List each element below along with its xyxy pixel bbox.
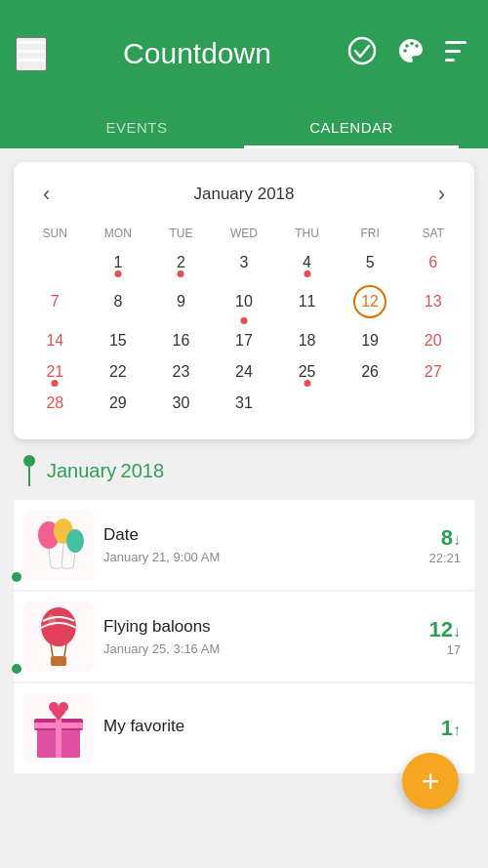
calendar-day[interactable]: 17: [213, 326, 276, 357]
calendar-day[interactable]: 10: [213, 279, 276, 326]
timeline-date: January 2018: [47, 460, 164, 482]
svg-line-19: [64, 644, 66, 656]
event-content-my-favorite: My favorite: [94, 717, 392, 741]
svg-rect-9: [445, 50, 461, 53]
event-dot: [52, 380, 59, 387]
svg-point-6: [410, 41, 414, 45]
svg-rect-1: [18, 50, 45, 53]
svg-line-14: [61, 544, 63, 567]
event-item-flying-baloons[interactable]: Flying baloons January 25, 3:16 AM 12↓ 1…: [14, 592, 474, 682]
event-name-my-favorite: My favorite: [103, 717, 383, 736]
calendar-day[interactable]: 1: [87, 248, 150, 279]
calendar-day[interactable]: 25: [275, 357, 339, 389]
calendar-day[interactable]: 31: [213, 389, 276, 420]
calendar-day[interactable]: 13: [401, 279, 465, 326]
weekday-fri: FRI: [339, 223, 402, 248]
calendar-day[interactable]: 23: [149, 357, 213, 389]
event-countdown-date: 8↓ 22:21: [392, 525, 461, 565]
weekday-sun: SUN: [23, 223, 87, 248]
svg-rect-2: [18, 59, 45, 62]
svg-point-17: [41, 607, 76, 646]
tab-bar: EVENTS CALENDAR: [0, 107, 488, 148]
event-thumbnail-flying-baloons: [23, 601, 94, 672]
calendar-day[interactable]: 27: [401, 357, 465, 389]
tab-calendar[interactable]: CALENDAR: [244, 107, 459, 148]
prev-month-button[interactable]: ‹: [33, 178, 60, 211]
svg-point-27: [59, 702, 68, 712]
timeline-indicator: [23, 455, 35, 486]
calendar-day[interactable]: 26: [339, 357, 402, 389]
calendar-day[interactable]: 4: [275, 248, 339, 279]
calendar-day[interactable]: 29: [87, 389, 150, 420]
calendar-day[interactable]: [23, 248, 87, 279]
calendar-day[interactable]: 3: [213, 248, 276, 279]
event-dot: [178, 270, 184, 277]
calendar-day[interactable]: 11: [275, 279, 339, 326]
tab-events[interactable]: EVENTS: [29, 107, 244, 148]
calendar-month-title: January 2018: [193, 185, 294, 204]
sort-icon[interactable]: [445, 39, 472, 69]
event-date-date: January 21, 9:00 AM: [103, 550, 383, 564]
calendar-day[interactable]: 9: [149, 279, 213, 326]
svg-rect-20: [51, 656, 66, 666]
event-dot: [304, 270, 310, 277]
event-thumbnail-date: [23, 510, 94, 580]
timeline-header: January 2018: [14, 455, 474, 486]
event-dot: [240, 317, 247, 324]
weekday-thu: THU: [275, 223, 339, 248]
event-dot: [304, 380, 310, 387]
calendar-day[interactable]: 21: [23, 357, 87, 389]
svg-point-7: [415, 44, 419, 48]
svg-rect-25: [34, 723, 83, 728]
event-dot-flying-baloons: [12, 664, 21, 674]
svg-point-4: [403, 49, 407, 53]
calendar-day[interactable]: 8: [87, 279, 150, 326]
calendar-day[interactable]: 2: [149, 248, 213, 279]
calendar-day[interactable]: 16: [149, 326, 213, 357]
calendar-day[interactable]: 6: [401, 248, 465, 279]
calendar-day[interactable]: 22: [87, 357, 150, 389]
next-month-button[interactable]: ›: [428, 178, 455, 211]
calendar-day[interactable]: 30: [149, 389, 213, 420]
event-content-date: Date January 21, 9:00 AM: [94, 525, 392, 564]
svg-rect-8: [445, 41, 467, 44]
add-event-fab[interactable]: +: [402, 753, 459, 809]
event-dot: [114, 270, 121, 277]
weekday-tue: TUE: [149, 223, 213, 248]
calendar-day[interactable]: 12: [339, 279, 402, 326]
event-time-date: 22:21: [392, 551, 461, 565]
svg-point-5: [405, 44, 409, 48]
weekday-mon: MON: [87, 223, 150, 248]
check-icon[interactable]: [347, 36, 377, 72]
calendar-day[interactable]: 20: [401, 326, 465, 357]
weekday-wed: WED: [213, 223, 276, 248]
svg-point-3: [349, 38, 375, 63]
svg-rect-0: [18, 41, 45, 44]
calendar-day[interactable]: 14: [23, 326, 87, 357]
timeline-dot: [23, 455, 35, 467]
calendar-day[interactable]: 7: [23, 279, 87, 326]
event-countdown-flying-baloons: 12↓ 17: [392, 617, 461, 657]
event-item-date[interactable]: Date January 21, 9:00 AM 8↓ 22:21: [14, 500, 474, 590]
palette-icon[interactable]: [396, 36, 426, 72]
event-countdown-my-favorite: 1↑: [392, 716, 461, 741]
calendar-day[interactable]: 15: [87, 326, 150, 357]
calendar-day[interactable]: 24: [213, 357, 276, 389]
calendar-card: ‹ January 2018 › SUN MON TUE WED THU FRI…: [14, 162, 474, 439]
calendar-day[interactable]: 28: [23, 389, 87, 420]
event-date-flying-baloons: January 25, 3:16 AM: [103, 641, 383, 656]
calendar-day[interactable]: [401, 389, 465, 420]
calendar-day[interactable]: 19: [339, 326, 402, 357]
event-days-flying-baloons: 12↓: [392, 617, 461, 642]
calendar-day[interactable]: [275, 389, 339, 420]
calendar-day[interactable]: 18: [275, 326, 339, 357]
calendar-day[interactable]: [339, 389, 402, 420]
event-days-my-favorite: 1↑: [392, 716, 461, 741]
event-dot-date: [12, 572, 21, 582]
event-days-date: 8↓: [392, 525, 461, 551]
header-actions: [347, 36, 472, 72]
svg-line-16: [73, 553, 75, 567]
menu-icon[interactable]: [16, 37, 47, 71]
calendar-day[interactable]: 5: [339, 248, 402, 279]
event-item-my-favorite[interactable]: My favorite 1↑: [14, 683, 474, 773]
